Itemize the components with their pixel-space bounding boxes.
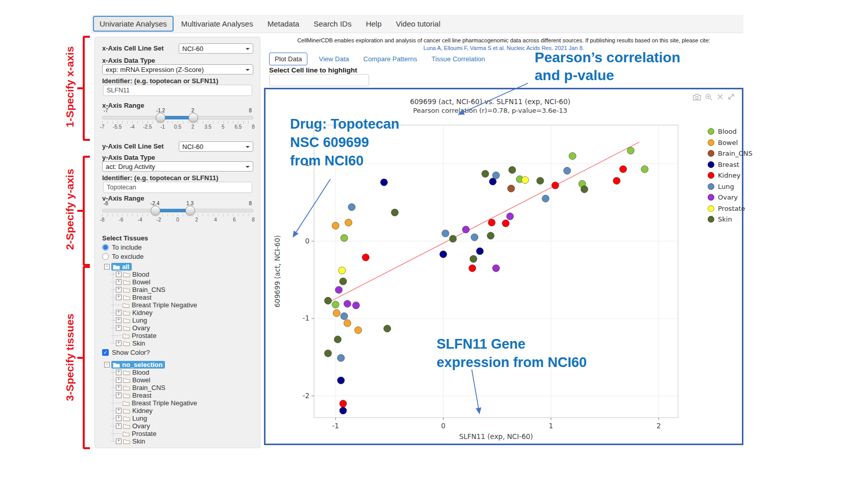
- tree-item-breast[interactable]: +Breast: [111, 392, 197, 399]
- data-point-ovary[interactable]: [335, 286, 343, 294]
- legend-item-breast[interactable]: Breast: [708, 159, 753, 170]
- data-point-blood[interactable]: [627, 147, 634, 154]
- legend-item-blood[interactable]: Blood: [708, 126, 753, 137]
- tree-item-prostate[interactable]: Prostate: [111, 332, 197, 339]
- tree-item-kidney[interactable]: +Kidney: [111, 309, 197, 316]
- expand-icon[interactable]: +: [116, 287, 122, 292]
- data-point-ovary[interactable]: [352, 302, 359, 309]
- data-point-prostate[interactable]: [339, 267, 346, 274]
- data-point-kidney[interactable]: [552, 182, 559, 189]
- data-point-skin[interactable]: [537, 177, 544, 184]
- data-point-skin[interactable]: [487, 232, 494, 239]
- expand-icon[interactable]: +: [116, 279, 122, 285]
- data-point-kidney[interactable]: [619, 165, 626, 173]
- highlight-cell-line-input[interactable]: [269, 74, 369, 86]
- tree-item-skin[interactable]: +Skin: [111, 339, 197, 347]
- data-point-skin[interactable]: [449, 235, 456, 242]
- tree-item-bowel[interactable]: +Bowel: [111, 278, 197, 286]
- data-point-kidney[interactable]: [502, 220, 509, 227]
- data-point-ovary[interactable]: [493, 264, 500, 272]
- expand-icon[interactable]: +: [116, 423, 122, 429]
- x-identifier-input[interactable]: [103, 85, 252, 96]
- y-identifier-input[interactable]: [103, 182, 252, 193]
- data-point-kidney[interactable]: [469, 264, 476, 272]
- expand-icon[interactable]: +: [116, 295, 122, 300]
- data-point-breast[interactable]: [440, 251, 447, 258]
- nav-tab-univariate-analyses[interactable]: Univariate Analyses: [93, 16, 174, 32]
- data-point-skin[interactable]: [509, 166, 516, 174]
- data-point-lung[interactable]: [348, 204, 355, 211]
- data-point-bowel[interactable]: [333, 309, 340, 316]
- tissue-radio-to-include[interactable]: To include: [102, 243, 142, 251]
- expand-icon[interactable]: +: [116, 340, 122, 346]
- subtab-compare-patterns[interactable]: Compare Patterns: [363, 53, 419, 65]
- data-point-bowel[interactable]: [344, 320, 351, 327]
- data-point-skin[interactable]: [391, 209, 398, 216]
- expand-icon[interactable]: +: [116, 438, 122, 444]
- legend-item-ovary[interactable]: Ovary: [708, 192, 753, 203]
- subtab-plot-data[interactable]: Plot Data: [269, 53, 307, 65]
- x-cell-line-set-select[interactable]: NCI-60: [179, 43, 253, 54]
- legend-item-bowel[interactable]: Bowel: [708, 137, 753, 149]
- tree-item-breast-triple-negative[interactable]: Breast Triple Negative: [111, 301, 197, 309]
- data-point-breast[interactable]: [337, 377, 345, 384]
- data-point-skin[interactable]: [481, 170, 489, 178]
- data-point-lung[interactable]: [493, 172, 500, 179]
- legend-item-skin[interactable]: Skin: [708, 214, 753, 225]
- legend-item-kidney[interactable]: Kidney: [708, 170, 753, 181]
- data-point-lung[interactable]: [564, 167, 571, 174]
- data-point-skin[interactable]: [383, 325, 391, 332]
- legend-item-prostate[interactable]: Prostate: [708, 203, 753, 214]
- tree-item-lung[interactable]: +Lung: [111, 414, 197, 422]
- tree-item-brain_cns[interactable]: +Brain_CNS: [111, 384, 197, 392]
- data-point-blood[interactable]: [569, 153, 576, 160]
- subtab-view-data[interactable]: View Data: [318, 53, 350, 65]
- tree-item-breast[interactable]: +Breast: [111, 294, 197, 301]
- tissue-radio-to-exclude[interactable]: To exclude: [102, 253, 143, 260]
- expand-icon[interactable]: +: [116, 325, 122, 331]
- data-point-blood[interactable]: [332, 301, 339, 308]
- tree-item-blood[interactable]: +Blood: [111, 369, 197, 376]
- data-point-bowel[interactable]: [345, 219, 352, 226]
- data-point-skin[interactable]: [334, 336, 341, 343]
- tree-item-ovary[interactable]: +Ovary: [111, 422, 197, 430]
- tree-item-kidney[interactable]: +Kidney: [111, 407, 197, 414]
- tree-item-ovary[interactable]: +Ovary: [111, 324, 197, 332]
- tree-item-bowel[interactable]: +Bowel: [111, 376, 197, 384]
- collapse-icon[interactable]: −: [104, 362, 110, 368]
- expand-icon[interactable]: +: [116, 370, 122, 375]
- legend-item-brain_cns[interactable]: Brain_CNS: [708, 148, 753, 159]
- data-point-skin[interactable]: [324, 297, 331, 304]
- data-point-lung[interactable]: [341, 312, 348, 320]
- data-point-breast[interactable]: [340, 407, 347, 414]
- data-point-brain_cns[interactable]: [508, 185, 515, 192]
- expand-icon[interactable]: +: [116, 408, 122, 413]
- slider-selected-range[interactable]: [155, 209, 190, 212]
- expand-icon[interactable]: +: [116, 385, 122, 391]
- data-point-kidney[interactable]: [362, 254, 369, 261]
- data-point-kidney[interactable]: [340, 400, 347, 407]
- data-point-bowel[interactable]: [354, 327, 361, 334]
- y-data-type-select[interactable]: act: Drug Activity: [102, 161, 253, 172]
- data-point-ovary[interactable]: [462, 226, 469, 233]
- expand-icon[interactable]: +: [116, 377, 122, 383]
- data-point-blood[interactable]: [341, 234, 348, 241]
- tree-item-lung[interactable]: +Lung: [111, 316, 197, 324]
- tree-item-brain_cns[interactable]: +Brain_CNS: [111, 286, 197, 294]
- data-point-ovary[interactable]: [344, 300, 351, 307]
- y-range-slider[interactable]: -88-2.41.3-8-6-4-202468: [102, 202, 253, 225]
- nav-tab-help[interactable]: Help: [359, 16, 388, 31]
- data-point-skin[interactable]: [324, 350, 331, 357]
- data-point-breast[interactable]: [476, 248, 484, 255]
- show-color-checkbox[interactable]: ✓: [102, 349, 109, 356]
- tree-item-skin[interactable]: +Skin: [111, 437, 197, 445]
- tree-item-blood[interactable]: +Blood: [111, 271, 197, 278]
- y-cell-line-set-select[interactable]: NCI-60: [179, 141, 253, 152]
- data-point-skin[interactable]: [340, 278, 347, 285]
- data-point-breast[interactable]: [380, 179, 388, 186]
- data-point-lung[interactable]: [442, 230, 449, 237]
- expand-icon[interactable]: +: [116, 310, 122, 315]
- data-point-lung[interactable]: [337, 354, 345, 361]
- nav-tab-video-tutorial[interactable]: Video tutorial: [389, 16, 447, 31]
- nav-tab-metadata[interactable]: Metadata: [261, 16, 306, 31]
